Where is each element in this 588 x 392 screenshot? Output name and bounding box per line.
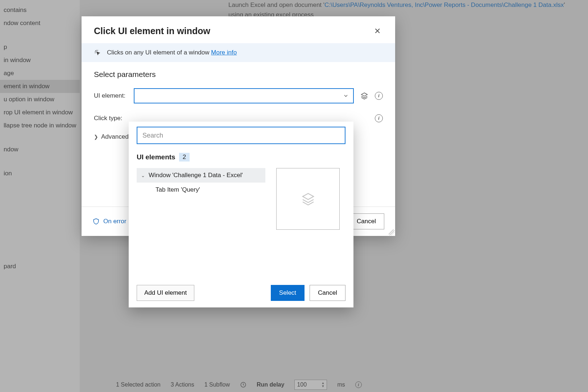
tree-node-tab-item[interactable]: Tab Item 'Query' — [137, 183, 265, 197]
dialog-title: Click UI element in window — [94, 26, 210, 36]
preview-placeholder — [276, 168, 340, 230]
ui-element-label: UI element: — [94, 92, 127, 99]
shield-icon — [92, 217, 100, 225]
ui-element-picker-popup: UI elements 2 ⌄ Window 'Challenge 1 Data… — [129, 122, 353, 307]
chevron-down-icon: ⌄ — [141, 173, 145, 178]
dialog-header: Click UI element in window ✕ — [82, 16, 395, 43]
info-icon[interactable]: i — [375, 92, 383, 100]
on-error-button[interactable]: On error — [92, 217, 126, 225]
dialog-info-banner: Clicks on any UI element of a window Mor… — [82, 43, 395, 62]
chevron-right-icon: ❯ — [94, 134, 98, 140]
banner-text: Clicks on any UI element of a window — [107, 49, 210, 56]
chevron-down-icon — [343, 93, 349, 99]
ui-elements-count-badge: 2 — [179, 153, 190, 162]
add-ui-element-button[interactable]: Add UI element — [137, 285, 194, 301]
tree-node-label: Tab Item 'Query' — [156, 186, 200, 193]
parameters-title: Select parameters — [94, 70, 383, 79]
layers-icon[interactable] — [360, 92, 368, 100]
click-type-row: Click type: i — [94, 114, 383, 122]
cursor-click-icon — [94, 49, 101, 56]
info-icon[interactable]: i — [375, 114, 383, 122]
ui-element-row: UI element: i — [94, 88, 383, 103]
tree-node-window[interactable]: ⌄ Window 'Challenge 1 Data - Excel' — [137, 168, 265, 183]
ui-elements-tree: ⌄ Window 'Challenge 1 Data - Excel' Tab … — [137, 168, 265, 279]
cancel-button[interactable]: Cancel — [348, 213, 384, 229]
popup-footer: Add UI element Select Cancel — [137, 279, 345, 301]
select-button[interactable]: Select — [271, 285, 305, 301]
ui-elements-label: UI elements — [137, 153, 175, 161]
resize-grip-icon[interactable] — [389, 229, 394, 235]
search-input[interactable] — [137, 127, 345, 144]
ui-elements-header: UI elements 2 — [137, 153, 345, 162]
click-type-label: Click type: — [94, 115, 127, 122]
close-button[interactable]: ✕ — [372, 26, 383, 37]
layers-icon — [301, 192, 315, 206]
cancel-button[interactable]: Cancel — [310, 285, 345, 301]
ui-elements-tree-area: ⌄ Window 'Challenge 1 Data - Excel' Tab … — [137, 168, 345, 279]
advanced-label: Advanced — [101, 133, 129, 140]
close-icon: ✕ — [374, 26, 381, 36]
on-error-label: On error — [103, 218, 126, 225]
more-info-link[interactable]: More info — [211, 49, 237, 56]
ui-element-dropdown[interactable] — [134, 88, 354, 103]
tree-node-label: Window 'Challenge 1 Data - Excel' — [149, 172, 243, 179]
